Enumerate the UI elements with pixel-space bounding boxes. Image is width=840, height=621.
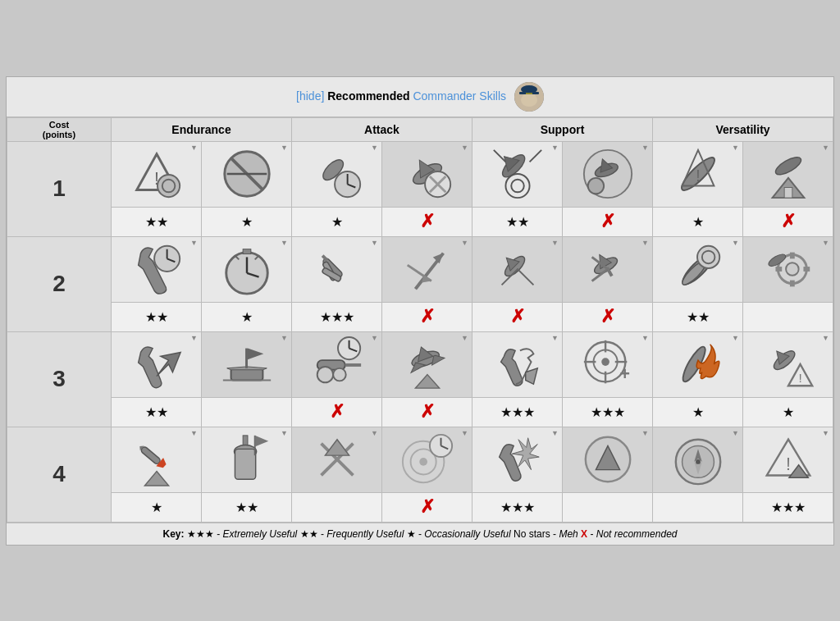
skill-cell-1-7[interactable]: ▼: [743, 236, 833, 302]
skill-cell-2-2[interactable]: ▼: [292, 331, 382, 397]
svg-marker-88: [415, 375, 439, 389]
rating-cell-2-3: ✗: [382, 397, 472, 427]
star-rating: ★: [692, 405, 704, 419]
chevron-down-icon: ▼: [641, 239, 649, 247]
skill-cell-0-2[interactable]: ▼: [292, 141, 382, 207]
svg-line-26: [529, 150, 541, 162]
svg-point-80: [333, 368, 346, 381]
skill-cell-2-5[interactable]: ▼ +: [563, 331, 653, 397]
star-rating: ★: [783, 405, 794, 419]
skill-cell-3-5[interactable]: ▼: [563, 427, 653, 492]
skill-cell-2-3[interactable]: ▼: [382, 331, 472, 397]
not-recommended-rating: ✗: [420, 496, 435, 517]
skill-icon-compass-circle: [669, 430, 728, 489]
skill-cell-1-4[interactable]: ▼: [472, 236, 563, 302]
skill-icon-plane-boost: [488, 240, 547, 299]
svg-rect-74: [245, 349, 248, 368]
rating-cell-0-3: ✗: [382, 207, 472, 236]
star-rating: ★: [241, 310, 253, 324]
chevron-down-icon: ▼: [551, 429, 559, 437]
skill-icon-tools-boost: [488, 335, 547, 394]
skill-cell-1-3[interactable]: ▼: [382, 236, 472, 302]
chevron-down-icon: ▼: [822, 144, 829, 152]
header-title: Recommended Commander Skills: [327, 89, 506, 102]
not-recommended-rating: ✗: [781, 211, 796, 231]
skill-cell-1-0[interactable]: ▼: [112, 236, 202, 302]
skill-cell-3-7[interactable]: ▼ !: [743, 427, 833, 492]
svg-point-32: [587, 178, 603, 194]
star-rating: ★: [241, 215, 253, 229]
rating-cell-3-7: ★★★: [743, 492, 833, 522]
star-rating: ★★: [145, 405, 168, 419]
rating-cell-1-4: ✗: [472, 302, 563, 331]
not-recommended-rating: ✗: [600, 306, 615, 326]
star-rating: ★: [151, 500, 162, 514]
skill-cell-1-6[interactable]: ▼: [653, 236, 743, 302]
skill-icon-circle-boost: [578, 430, 637, 489]
cost-3: 3: [7, 331, 112, 427]
rating-cell-3-5: [563, 492, 653, 522]
star-rating: ★: [692, 215, 704, 229]
svg-marker-114: [325, 440, 349, 455]
chevron-down-icon: ▼: [732, 429, 739, 437]
rating-cell-1-5: ✗: [563, 302, 653, 331]
chevron-down-icon: ▼: [641, 429, 649, 437]
svg-marker-106: [144, 472, 168, 486]
skill-cell-2-4[interactable]: ▼: [472, 331, 563, 397]
skill-cell-3-0[interactable]: ▼: [112, 427, 202, 492]
rating-cell-3-4: ★★★: [472, 492, 563, 522]
skill-icon-rockets-boost: [127, 430, 186, 489]
skill-cell-2-7[interactable]: ▼ !: [743, 331, 833, 397]
key-label: Key:: [163, 528, 185, 540]
skill-cell-0-7[interactable]: ▼: [743, 141, 833, 207]
skill-cell-0-5[interactable]: ▼: [563, 141, 653, 207]
star-rating: ★★: [687, 310, 710, 324]
skill-cell-2-6[interactable]: ▼: [653, 331, 743, 397]
skill-icon-plane-target: [488, 144, 547, 203]
svg-marker-111: [254, 436, 268, 447]
skill-cell-0-3[interactable]: ▼: [382, 141, 472, 207]
skill-cell-0-6[interactable]: ▼ !: [653, 141, 743, 207]
skill-cell-2-1[interactable]: ▼: [202, 331, 292, 397]
hide-link[interactable]: [hide]: [296, 89, 324, 102]
svg-rect-69: [775, 267, 782, 272]
rating-cell-1-3: ✗: [382, 302, 472, 331]
rating-cell-0-4: ★★: [472, 207, 563, 236]
skill-cell-3-6[interactable]: ▼: [653, 427, 743, 492]
skill-icon-gear-plane: [759, 240, 818, 299]
svg-point-36: [773, 154, 803, 178]
legend-footer: Key: ★★★ - Extremely Useful ★★ - Frequen…: [7, 523, 833, 545]
skill-icon-plane-circle: [578, 144, 637, 203]
skill-icon-plane-house: [759, 144, 818, 203]
cost-header: Cost(points): [7, 117, 112, 141]
skill-cell-1-5[interactable]: ▼: [563, 236, 653, 302]
chevron-down-icon: ▼: [190, 429, 198, 437]
skill-icon-tools-spark: [488, 430, 547, 489]
skill-cell-3-3[interactable]: ▼: [382, 427, 472, 492]
skill-cell-3-2[interactable]: ▼: [292, 427, 382, 492]
skill-cell-0-4[interactable]: ▼: [472, 141, 563, 207]
skill-icon-wrench-clock: [127, 240, 186, 299]
skill-cell-3-1[interactable]: ▼: [202, 427, 292, 492]
chevron-down-icon: ▼: [281, 429, 288, 437]
skill-cell-0-1[interactable]: ▼: [202, 141, 292, 207]
skill-cell-3-4[interactable]: ▼: [472, 427, 563, 492]
not-recommended-label: X - Not recommended: [581, 528, 677, 540]
skill-cell-0-0[interactable]: ▼ !: [112, 141, 202, 207]
chevron-down-icon: ▼: [461, 144, 468, 152]
star-rating: ★★★: [500, 500, 535, 514]
svg-point-127: [696, 459, 701, 464]
no-stars-label: No stars - Meh: [514, 528, 578, 540]
chevron-down-icon: ▼: [281, 144, 288, 152]
rating-cell-1-2: ★★★: [292, 302, 382, 331]
skill-cell-1-1[interactable]: ▼: [202, 236, 292, 302]
skill-icon-torpedo-warning: !: [669, 144, 728, 203]
svg-point-27: [505, 174, 529, 198]
skill-cell-1-2[interactable]: ▼: [292, 236, 382, 302]
skill-icon-cannon-clock: [308, 335, 367, 394]
svg-point-8: [157, 175, 179, 197]
skill-cell-2-0[interactable]: ▼: [112, 331, 202, 397]
rating-cell-1-1: ★: [202, 302, 292, 331]
not-recommended-rating: ✗: [420, 306, 435, 326]
skill-icon-plane-boost2: [398, 335, 457, 394]
